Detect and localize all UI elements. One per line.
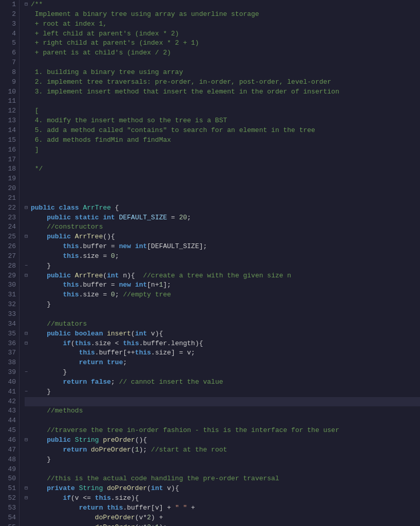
line-number-51: 51 (2, 484, 16, 494)
token (103, 329, 107, 339)
fold-icon-36[interactable]: ⊟ (25, 339, 31, 349)
fold-icon-1[interactable]: ⊟ (25, 0, 31, 10)
token: int (135, 280, 147, 290)
token: return (63, 378, 87, 387)
token: ( (131, 329, 135, 339)
code-line-55: doPreOrder(v*2+1); (25, 523, 420, 526)
token (31, 271, 47, 281)
fold-icon-39[interactable]: − (25, 368, 31, 378)
token (31, 474, 47, 484)
token: public (31, 203, 55, 213)
token: public (47, 213, 71, 223)
code-line-53: return this.buffer[v] + " " + (25, 503, 420, 513)
code-line-33 (25, 310, 420, 320)
token: n){ (119, 271, 143, 281)
fold-icon-24 (25, 222, 31, 232)
line-number-19: 19 (2, 174, 16, 184)
token (31, 494, 63, 503)
fold-icon-28[interactable]: − (25, 261, 31, 271)
token (99, 436, 103, 445)
token: class (59, 203, 79, 213)
line-number-44: 44 (2, 416, 16, 426)
code-line-36: ⊟ if(this.size < this.buffer.length){ (25, 339, 420, 349)
token: doPreOrder (95, 523, 135, 526)
token: ( (71, 339, 75, 349)
fold-icon-4 (25, 29, 31, 39)
token: new (119, 280, 131, 290)
line-number-37: 37 (2, 348, 16, 358)
token (31, 280, 63, 290)
code-line-11 (25, 97, 420, 106)
token: 1 (155, 523, 159, 526)
token (131, 280, 135, 290)
token: String (75, 436, 99, 445)
code-line-31: this.size = 0; //empty tree (25, 290, 420, 300)
line-number-54: 54 (2, 513, 16, 523)
fold-icon-22[interactable]: ⊟ (25, 203, 31, 213)
token: 2 (147, 513, 151, 523)
code-line-13: 4. modify the insert method so the tree … (25, 116, 420, 126)
line-number-11: 11 (2, 97, 16, 106)
token (31, 213, 47, 223)
code-line-1: ⊟/** (25, 0, 420, 10)
token: int (151, 484, 163, 494)
line-number-24: 24 (2, 222, 16, 232)
code-editor: 1234567891011121314151617181920212223242… (0, 0, 420, 526)
fold-icon-12 (25, 106, 31, 116)
fold-icon-41[interactable]: − (25, 387, 31, 397)
code-line-51: ⊟ private String doPreOrder(int v){ (25, 484, 420, 494)
line-number-12: 12 (2, 106, 16, 116)
token (71, 329, 75, 339)
token: return (63, 445, 87, 455)
code-line-40: return false; // cannot insert the value (25, 378, 420, 387)
token: //create a tree with the given size n (143, 271, 291, 281)
fold-icon-2 (25, 10, 31, 20)
code-line-37: this.buffer[++this.size] = v; (25, 348, 420, 358)
line-number-39: 39 (2, 368, 16, 378)
fold-icon-50 (25, 474, 31, 484)
token: ] (31, 145, 39, 155)
token: // cannot insert the value (119, 378, 223, 387)
token: DEFAULT_SIZE (119, 213, 167, 223)
fold-icon-29[interactable]: ⊟ (25, 271, 31, 281)
line-number-33: 33 (2, 310, 16, 320)
line-number-52: 52 (2, 494, 16, 503)
line-number-43: 43 (2, 406, 16, 416)
token: this (63, 290, 79, 300)
token: public (47, 329, 71, 339)
code-line-47: return doPreOrder(1); //start at the roo… (25, 445, 420, 455)
line-number-18: 18 (2, 164, 16, 174)
token (71, 213, 75, 223)
code-line-42 (25, 397, 420, 407)
line-number-3: 3 (2, 20, 16, 29)
token (31, 329, 47, 339)
token: private (47, 484, 75, 494)
token (31, 426, 47, 436)
fold-icon-52[interactable]: ⊟ (25, 494, 31, 503)
token: doPreOrder (107, 484, 147, 494)
token (31, 222, 47, 232)
fold-icon-46[interactable]: ⊟ (25, 436, 31, 445)
fold-icon-35[interactable]: ⊟ (25, 329, 31, 339)
fold-icon-7 (25, 58, 31, 68)
token: ; (123, 358, 127, 368)
code-line-12: [ (25, 106, 420, 116)
fold-icon-33 (25, 310, 31, 320)
token (31, 348, 79, 358)
token: ; (111, 378, 119, 387)
token: .buffer = (79, 280, 119, 290)
fold-icon-25[interactable]: ⊟ (25, 232, 31, 242)
code-line-39: − } (25, 368, 420, 378)
token (31, 406, 47, 416)
token: (v* (135, 513, 147, 523)
line-number-23: 23 (2, 213, 16, 223)
fold-icon-55 (25, 523, 31, 526)
token (31, 436, 47, 445)
fold-icon-49 (25, 465, 31, 475)
fold-icon-11 (25, 97, 31, 106)
line-number-17: 17 (2, 155, 16, 165)
code-line-27: this.size = 0; (25, 252, 420, 261)
fold-icon-51[interactable]: ⊟ (25, 484, 31, 494)
code-line-9: 2. implement tree traversals: pre-order,… (25, 78, 420, 87)
token: } (31, 455, 51, 465)
